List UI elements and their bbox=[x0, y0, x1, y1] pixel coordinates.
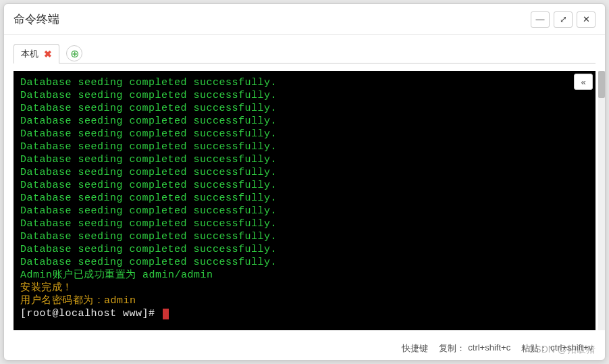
terminal-output[interactable]: Database seeding completed successfully.… bbox=[14, 71, 595, 330]
scrollbar-vertical[interactable] bbox=[598, 71, 605, 330]
seed-line: Database seeding completed successfully. bbox=[20, 231, 277, 242]
seed-line: Database seeding completed successfully. bbox=[20, 141, 277, 153]
seed-line: Database seeding completed successfully. bbox=[20, 192, 277, 204]
close-tab-icon[interactable]: ✖ bbox=[44, 49, 52, 59]
seed-line: Database seeding completed successfully. bbox=[20, 103, 277, 114]
terminal-container: Database seeding completed successfully.… bbox=[14, 71, 595, 338]
close-button[interactable]: ✕ bbox=[577, 11, 595, 28]
collapse-panel-button[interactable]: « bbox=[574, 74, 593, 90]
tab-local[interactable]: 本机 ✖ bbox=[14, 44, 59, 63]
minimize-button[interactable]: — bbox=[531, 11, 550, 28]
paste-label: 粘贴： bbox=[521, 342, 548, 355]
titlebar: 命令终端 — ⤢ ✕ bbox=[4, 4, 605, 35]
creds-line: 用户名密码都为：admin bbox=[20, 295, 136, 307]
window-controls: — ⤢ ✕ bbox=[531, 11, 595, 28]
seed-line: Database seeding completed successfully. bbox=[20, 218, 277, 230]
paste-shortcut: 粘贴： ctrl+shift+v bbox=[521, 342, 593, 355]
copy-shortcut: 复制： ctrl+shift+c bbox=[439, 342, 510, 355]
copy-key: ctrl+shift+c bbox=[468, 342, 510, 355]
seed-line: Database seeding completed successfully. bbox=[20, 128, 277, 140]
maximize-button[interactable]: ⤢ bbox=[554, 11, 573, 28]
seed-line: Database seeding completed successfully. bbox=[20, 77, 277, 88]
plus-icon: ⊕ bbox=[70, 47, 79, 60]
statusbar: 快捷键 复制： ctrl+shift+c 粘贴： ctrl+shift+v bbox=[4, 338, 605, 360]
paste-key: ctrl+shift+v bbox=[550, 342, 593, 355]
scrollbar-thumb[interactable] bbox=[598, 71, 605, 98]
terminal-window: 命令终端 — ⤢ ✕ 本机 ✖ ⊕ Database seeding compl… bbox=[3, 3, 606, 361]
copy-label: 复制： bbox=[439, 342, 465, 355]
add-tab-button[interactable]: ⊕ bbox=[66, 45, 82, 61]
shell-prompt: [root@localhost www]# bbox=[20, 308, 161, 319]
seed-line: Database seeding completed successfully. bbox=[20, 154, 277, 165]
seed-line: Database seeding completed successfully. bbox=[20, 205, 277, 217]
seed-line: Database seeding completed successfully. bbox=[20, 257, 277, 268]
seed-line: Database seeding completed successfully. bbox=[20, 90, 277, 101]
tab-divider bbox=[14, 63, 595, 63]
shortcut-label: 快捷键 bbox=[402, 342, 428, 355]
tabbar: 本机 ✖ ⊕ bbox=[4, 35, 605, 63]
seed-line: Database seeding completed successfully. bbox=[20, 115, 277, 127]
seed-line: Database seeding completed successfully. bbox=[20, 180, 277, 191]
admin-reset-line: Admin账户已成功重置为 admin/admin bbox=[20, 269, 213, 281]
install-done-line: 安装完成！ bbox=[20, 282, 73, 294]
seed-line: Database seeding completed successfully. bbox=[20, 244, 277, 255]
tab-label: 本机 bbox=[21, 48, 38, 60]
window-title: 命令终端 bbox=[14, 11, 59, 27]
seed-line: Database seeding completed successfully. bbox=[20, 167, 277, 178]
cursor-icon bbox=[163, 309, 169, 319]
